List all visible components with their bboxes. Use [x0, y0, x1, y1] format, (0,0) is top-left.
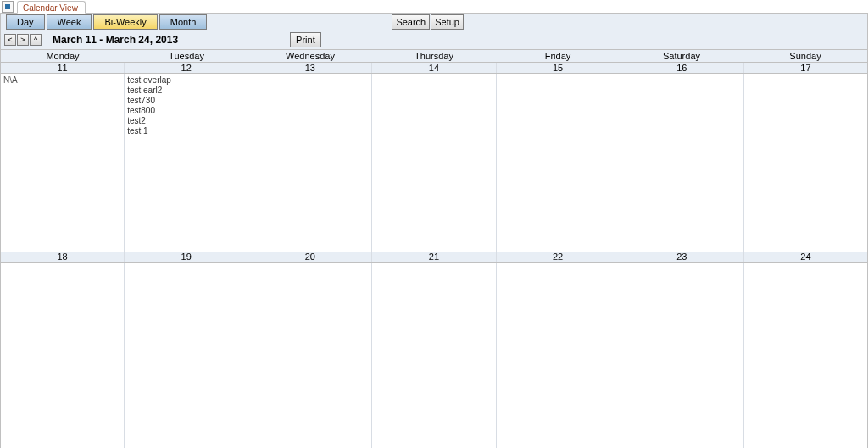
calendar-cell[interactable]: N\A [1, 74, 125, 252]
date-label: 22 [497, 252, 620, 262]
date-label: 16 [620, 63, 744, 73]
event-item[interactable]: test800 [127, 106, 245, 116]
date-header-row2: 18 19 20 21 22 23 24 [1, 252, 867, 263]
weekday-label: Saturday [620, 50, 743, 62]
calendar-cell[interactable] [372, 74, 496, 252]
date-label: 24 [744, 252, 867, 262]
event-item[interactable]: test 1 [127, 126, 245, 136]
weekday-label: Monday [1, 50, 125, 62]
date-range-title: March 11 - March 24, 2013 [53, 34, 178, 46]
date-label: 11 [1, 63, 125, 73]
date-header-row1: 11 12 13 14 15 16 17 [1, 63, 867, 74]
calendar-cell[interactable] [620, 263, 744, 448]
view-biweekly-button[interactable]: Bi-Weekly [93, 14, 157, 30]
calendar-view-icon [2, 1, 14, 13]
next-button[interactable]: > [17, 34, 29, 46]
weekday-label: Wednesday [248, 50, 372, 62]
calendar-cell[interactable] [125, 263, 248, 448]
calendar-cell[interactable] [248, 74, 372, 252]
date-label: 20 [248, 252, 372, 262]
weekday-label: Tuesday [125, 50, 248, 62]
prev-button[interactable]: < [4, 34, 16, 46]
calendar-grid: Monday Tuesday Wednesday Thursday Friday… [0, 49, 868, 448]
search-button[interactable]: Search [392, 14, 430, 30]
date-label: 21 [372, 252, 496, 262]
date-label: 14 [372, 63, 496, 73]
view-month-button[interactable]: Month [159, 14, 208, 30]
calendar-cell[interactable]: test overlaptest earl2test730test800test… [125, 74, 248, 252]
cells-row-2 [1, 263, 867, 448]
view-day-button[interactable]: Day [6, 14, 45, 30]
date-label: 18 [1, 252, 125, 262]
date-label: 12 [125, 63, 248, 73]
calendar-cell[interactable] [1, 263, 125, 448]
calendar-cell[interactable] [497, 263, 620, 448]
view-toolbar: Day Week Bi-Weekly Month Search Setup [0, 14, 868, 30]
date-label: 13 [248, 63, 372, 73]
calendar-cell[interactable] [372, 263, 496, 448]
event-item[interactable]: test overlap [127, 75, 245, 86]
na-label: N\A [3, 75, 18, 85]
up-button[interactable]: ^ [30, 34, 42, 46]
tab-calendar-view[interactable]: Calendar View [17, 1, 86, 14]
weekday-label: Sunday [743, 50, 867, 62]
cells-row-1: N\A test overlaptest earl2test730test800… [1, 74, 867, 252]
event-item[interactable]: test earl2 [127, 86, 245, 96]
date-label: 19 [125, 252, 248, 262]
calendar-cell[interactable] [744, 263, 867, 448]
weekday-header: Monday Tuesday Wednesday Thursday Friday… [1, 49, 867, 63]
setup-button[interactable]: Setup [431, 14, 464, 30]
date-label: 15 [497, 63, 620, 73]
weekday-label: Thursday [372, 50, 496, 62]
print-button[interactable]: Print [290, 32, 321, 47]
calendar-cell[interactable] [620, 74, 744, 252]
nav-bar: < > ^ March 11 - March 24, 2013 Print [0, 30, 868, 49]
date-label: 17 [744, 63, 867, 73]
calendar-cell[interactable] [248, 263, 372, 448]
weekday-label: Friday [496, 50, 620, 62]
view-week-button[interactable]: Week [47, 14, 92, 30]
calendar-cell[interactable] [744, 74, 867, 252]
calendar-cell[interactable] [497, 74, 620, 252]
event-item[interactable]: test2 [127, 116, 245, 126]
event-item[interactable]: test730 [127, 96, 245, 106]
date-label: 23 [620, 252, 744, 262]
